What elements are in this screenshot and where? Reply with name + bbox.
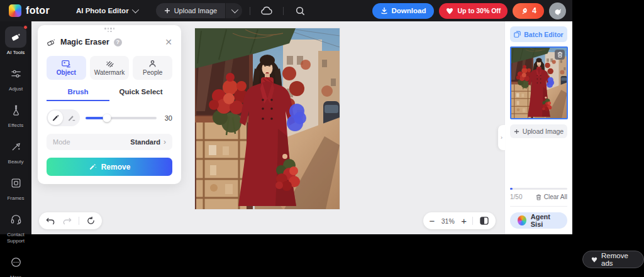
app-switcher-menu[interactable]: AI Photo Editor — [76, 7, 137, 14]
reset-button[interactable] — [85, 215, 96, 227]
working-image[interactable] — [195, 28, 340, 209]
remove-button-label: Remove — [101, 163, 131, 171]
upload-image-button[interactable]: Upload Image — [156, 3, 226, 18]
cloud-save-button[interactable] — [258, 2, 275, 19]
notification-dot — [23, 25, 28, 30]
sidebar-item-effects[interactable]: Effects — [0, 99, 31, 129]
sidebar-item-adjust[interactable]: Adjust — [0, 63, 31, 92]
zoom-out-button[interactable]: − — [429, 216, 435, 225]
panel-upload-image-button[interactable]: Upload Image — [510, 124, 567, 138]
mode-label: Mode — [53, 138, 70, 146]
brush-add-button[interactable] — [48, 111, 63, 125]
tab-object[interactable]: Object — [47, 56, 86, 80]
divider — [79, 217, 79, 225]
clear-all-button[interactable]: Clear All — [536, 193, 567, 200]
agent-sisi-label: Agent Sisi — [531, 213, 560, 228]
credits-button[interactable]: 4 — [513, 3, 544, 19]
zoom-level: 31% — [440, 217, 455, 225]
tool-sidebar: AI Tools Adjust Effects — [0, 21, 31, 234]
object-icon — [62, 60, 71, 68]
effects-icon — [5, 99, 26, 121]
redo-button[interactable] — [62, 215, 73, 227]
heart-gem-icon — [446, 8, 453, 14]
usage-progress-bar — [510, 188, 567, 190]
delete-image-button[interactable] — [555, 50, 565, 60]
divider — [283, 7, 284, 15]
app-window: fotor AI Photo Editor Upload Image — [0, 0, 572, 234]
tab-brush[interactable]: Brush — [47, 88, 109, 101]
chevron-right-icon: › — [164, 138, 166, 146]
compare-button[interactable] — [479, 215, 490, 227]
magic-eraser-icon — [47, 38, 56, 47]
tab-people[interactable]: People — [133, 56, 172, 80]
sidebar-item-more[interactable]: More — [0, 251, 31, 277]
usage-block: 1/50 Clear All Agent Sisi — [510, 188, 567, 234]
agent-sisi-icon — [518, 215, 526, 225]
tab-watermark[interactable]: Watermark — [90, 56, 130, 80]
search-button[interactable] — [291, 2, 309, 19]
divider — [472, 217, 473, 225]
mode-selector[interactable]: Mode Standard › — [47, 134, 172, 150]
top-bar: fotor AI Photo Editor Upload Image — [0, 0, 572, 21]
batch-editor-icon — [514, 31, 521, 38]
brush-controls: 30 — [47, 109, 172, 126]
zoom-in-button[interactable]: + — [461, 216, 467, 225]
sidebar-item-contact-support[interactable]: Contact Support — [0, 209, 31, 244]
app-switcher-label: AI Photo Editor — [76, 7, 129, 14]
bird-icon — [553, 6, 563, 16]
tab-quick-select[interactable]: Quick Select — [109, 88, 172, 101]
usage-progress-fill — [510, 188, 513, 190]
help-icon[interactable]: ? — [114, 38, 122, 46]
tab-watermark-label: Watermark — [94, 69, 125, 76]
fotor-logo[interactable]: fotor — [9, 4, 50, 17]
trash-icon — [536, 194, 541, 200]
upload-options-button[interactable] — [226, 3, 242, 18]
usage-row: 1/50 Clear All — [510, 193, 567, 207]
account-avatar[interactable] — [549, 3, 566, 19]
agent-sisi-button[interactable]: Agent Sisi — [510, 212, 567, 229]
heart-gem-icon — [591, 256, 597, 263]
screen: fotor AI Photo Editor Upload Image — [0, 0, 644, 277]
tab-people-label: People — [143, 69, 162, 76]
sidebar-item-ai-tools[interactable]: AI Tools — [0, 26, 31, 56]
magic-wand-icon — [89, 163, 97, 171]
sidebar-item-label: Beauty — [1, 159, 31, 165]
panel-drag-handle[interactable] — [104, 28, 115, 32]
remove-button[interactable]: Remove — [47, 158, 172, 176]
sidebar-item-beauty[interactable]: Beauty — [0, 136, 31, 165]
headset-icon — [5, 209, 26, 230]
remove-ads-button[interactable]: Remove ads — [582, 251, 644, 268]
chevron-down-icon — [231, 6, 238, 13]
adjust-icon — [5, 63, 26, 84]
clear-all-label: Clear All — [544, 193, 567, 200]
panel-collapse-handle[interactable]: › — [498, 125, 505, 150]
magic-eraser-panel: Magic Eraser ? ✕ Object — [38, 25, 181, 184]
rocket-icon — [520, 7, 528, 15]
download-label: Download — [392, 7, 426, 14]
sidebar-item-frames[interactable]: Frames — [0, 172, 31, 202]
discount-offer-button[interactable]: Up to 30% Off — [439, 3, 508, 19]
image-thumbnail-selected[interactable] — [510, 46, 568, 119]
batch-editor-button[interactable]: Batch Editor — [510, 26, 567, 42]
frames-icon — [5, 172, 26, 193]
brush-size-slider[interactable] — [86, 117, 157, 119]
plus-icon — [514, 129, 519, 134]
brush-erase-button[interactable] — [64, 111, 79, 125]
tab-object-label: Object — [57, 69, 76, 76]
panel-header: Magic Eraser ? ✕ — [47, 36, 172, 48]
sidebar-item-label: Adjust — [1, 86, 31, 92]
download-button[interactable]: Download — [372, 3, 435, 19]
history-toolbar — [39, 212, 102, 229]
people-icon — [148, 60, 157, 68]
undo-button[interactable] — [45, 215, 56, 227]
chevron-down-icon — [131, 6, 138, 13]
discount-offer-label: Up to 30% Off — [457, 7, 501, 14]
plus-icon — [164, 8, 170, 14]
panel-title: Magic Eraser — [60, 38, 109, 46]
slider-thumb[interactable] — [103, 114, 111, 122]
search-icon — [296, 6, 305, 16]
divider — [250, 7, 250, 15]
mode-value: Standard — [130, 138, 160, 146]
brand-name: fotor — [26, 5, 50, 16]
close-panel-button[interactable]: ✕ — [165, 38, 172, 46]
